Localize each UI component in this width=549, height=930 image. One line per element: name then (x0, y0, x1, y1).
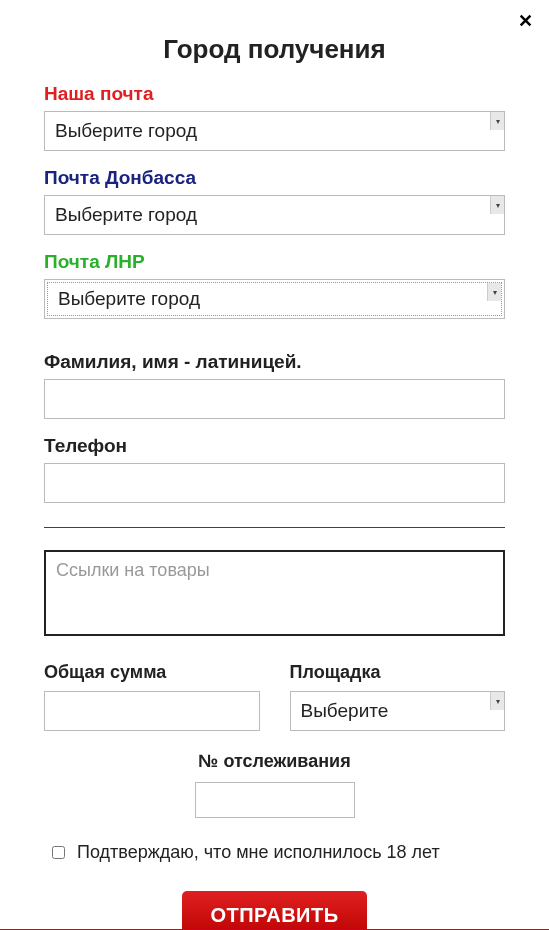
pochta-lnr-selected: Выберите город (48, 288, 487, 310)
chevron-down-icon: ▾ (490, 692, 504, 710)
page-title: Город получения (44, 34, 505, 65)
tracking-label: № отслеживания (44, 751, 505, 772)
pochta-donbassa-label: Почта Донбасса (44, 167, 505, 189)
platform-label: Площадка (290, 662, 506, 683)
pochta-lnr-label: Почта ЛНР (44, 251, 505, 273)
chevron-down-icon: ▾ (490, 196, 504, 214)
phone-label: Телефон (44, 435, 505, 457)
total-label: Общая сумма (44, 662, 260, 683)
age-confirm-label: Подтверждаю, что мне исполнилось 18 лет (77, 842, 440, 863)
age-confirm-checkbox[interactable] (52, 846, 65, 859)
divider (44, 527, 505, 528)
fullname-input[interactable] (44, 379, 505, 419)
nasha-pochta-select[interactable]: Выберите город ▾ (44, 111, 505, 151)
pochta-donbassa-selected: Выберите город (45, 204, 490, 226)
total-input[interactable] (44, 691, 260, 731)
nasha-pochta-selected: Выберите город (45, 120, 490, 142)
links-textarea[interactable] (44, 550, 505, 636)
phone-input[interactable] (44, 463, 505, 503)
pochta-lnr-select[interactable]: Выберите город ▾ (44, 279, 505, 319)
fullname-label: Фамилия, имя - латиницей. (44, 351, 505, 373)
submit-button[interactable]: ОТПРАВИТЬ (182, 891, 366, 930)
platform-selected: Выберите (291, 700, 491, 722)
close-icon[interactable]: ✕ (518, 10, 533, 32)
tracking-input[interactable] (195, 782, 355, 818)
chevron-down-icon: ▾ (490, 112, 504, 130)
pochta-donbassa-select[interactable]: Выберите город ▾ (44, 195, 505, 235)
chevron-down-icon: ▾ (487, 283, 501, 301)
nasha-pochta-label: Наша почта (44, 83, 505, 105)
form-container: Город получения Наша почта Выберите горо… (0, 0, 549, 930)
platform-select[interactable]: Выберите ▾ (290, 691, 506, 731)
